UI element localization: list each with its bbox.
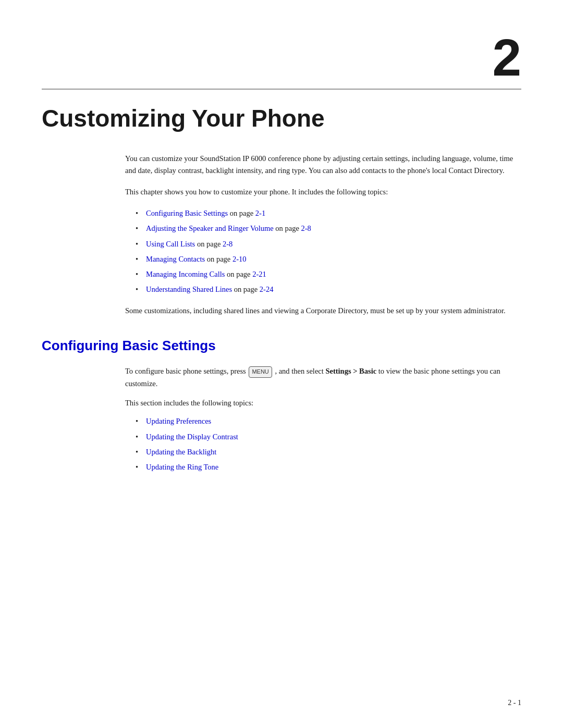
list-item: Updating Preferences (136, 415, 521, 427)
chapter-title: Customizing Your Phone (42, 105, 521, 132)
list-item: Adjusting the Speaker and Ringer Volume … (136, 223, 521, 235)
list-item: Managing Contacts on page 2-10 (136, 253, 521, 265)
page-ref-5: 2-21 (252, 270, 266, 278)
menu-button-icon: MENU (249, 366, 272, 378)
topics-list: Configuring Basic Settings on page 2-1 A… (136, 207, 521, 295)
page-footer: 2 - 1 (508, 699, 521, 707)
link-managing-incoming-calls[interactable]: Managing Incoming Calls (146, 270, 225, 278)
page-ref-2: 2-8 (301, 224, 311, 232)
closing-text: Some customizations, including shared li… (125, 305, 521, 317)
list-item: Understanding Shared Lines on page 2-24 (136, 283, 521, 295)
link-adjusting-speaker[interactable]: Adjusting the Speaker and Ringer Volume (146, 224, 274, 232)
chapter-number: 2 (492, 31, 521, 83)
list-item: Updating the Ring Tone (136, 461, 521, 473)
link-understanding-shared-lines[interactable]: Understanding Shared Lines (146, 285, 232, 293)
list-item: Using Call Lists on page 2-8 (136, 238, 521, 250)
section-bold-text: Settings > Basic (325, 367, 376, 375)
page-ref-1: 2-1 (255, 209, 265, 217)
list-item: Updating the Display Contrast (136, 431, 521, 443)
link-using-call-lists[interactable]: Using Call Lists (146, 240, 195, 248)
chapter-number-area: 2 (0, 0, 563, 89)
page-number: 2 - 1 (508, 699, 521, 707)
list-item: Updating the Backlight (136, 446, 521, 458)
content-area: You can customize your SoundStation IP 6… (0, 153, 563, 473)
page-ref-6: 2-24 (260, 285, 274, 293)
intro-paragraph-1: You can customize your SoundStation IP 6… (125, 153, 521, 177)
page-ref-4: 2-10 (232, 255, 247, 263)
section-intro-paragraph: To configure basic phone settings, press… (125, 365, 521, 390)
link-updating-ring-tone[interactable]: Updating the Ring Tone (146, 463, 218, 471)
section-intro-before: To configure basic phone settings, press (125, 367, 248, 375)
intro-paragraph-2: This chapter shows you how to customize … (125, 186, 521, 198)
link-updating-backlight[interactable]: Updating the Backlight (146, 448, 216, 456)
page-ref-3: 2-8 (223, 240, 232, 248)
link-configuring-basic-settings[interactable]: Configuring Basic Settings (146, 209, 228, 217)
list-item: Managing Incoming Calls on page 2-21 (136, 268, 521, 280)
link-updating-preferences[interactable]: Updating Preferences (146, 417, 211, 425)
section-intro-after: , and then select (273, 367, 326, 375)
link-updating-display-contrast[interactable]: Updating the Display Contrast (146, 433, 238, 441)
chapter-title-area: Customizing Your Phone (0, 90, 563, 153)
section-topics-list: Updating Preferences Updating the Displa… (136, 415, 521, 473)
link-managing-contacts[interactable]: Managing Contacts (146, 255, 205, 263)
list-item: Configuring Basic Settings on page 2-1 (136, 207, 521, 219)
section-topics-intro: This section includes the following topi… (125, 397, 521, 409)
section-heading: Configuring Basic Settings (42, 338, 521, 354)
page-container: 2 Customizing Your Phone You can customi… (0, 0, 563, 728)
